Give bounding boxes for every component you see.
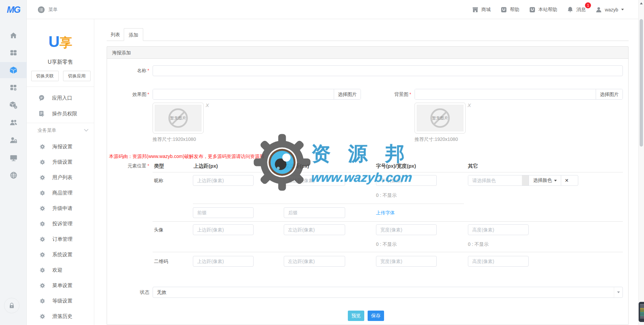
no-image-text: 暂无图片 xyxy=(170,115,186,121)
rail-home[interactable] xyxy=(0,28,27,44)
tab-add[interactable]: 添加 xyxy=(124,28,143,41)
menu-list-icon xyxy=(38,6,45,13)
gear-icon xyxy=(40,236,45,242)
sidebar-item-order-management[interactable]: 订单管理 xyxy=(27,232,94,246)
grid-icon xyxy=(9,49,17,57)
sidebar-item-app-entry[interactable]: 应用入口 xyxy=(27,91,94,105)
rail-goods[interactable] xyxy=(0,97,27,113)
sidebar-item-user-list[interactable]: 用户列表 xyxy=(27,171,94,184)
person-lock-icon xyxy=(9,136,18,145)
help-label: 帮助 xyxy=(510,7,519,13)
status-select[interactable]: 无效 xyxy=(153,287,623,298)
rail-operator[interactable] xyxy=(0,132,27,148)
save-button[interactable]: 保存 xyxy=(368,311,384,321)
effect-select-image-button[interactable]: 选择图片 xyxy=(334,89,361,99)
column-header-size: 字号(px)/宽度(px) xyxy=(376,163,416,169)
remove-color-button[interactable]: ✕ xyxy=(561,175,572,185)
nickname-prefix-input[interactable] xyxy=(193,207,254,218)
sidebar-item-menu-settings[interactable]: 菜单设置 xyxy=(27,279,94,292)
background-select-image-button[interactable]: 选择图片 xyxy=(596,89,623,99)
sidebar-item-level-settings[interactable]: 等级设置 xyxy=(27,294,94,308)
upload-font-link[interactable]: 上传字体 xyxy=(376,210,395,216)
rail-apps[interactable] xyxy=(0,45,27,61)
rail-monitor[interactable] xyxy=(0,150,27,166)
mall-button[interactable]: 商城 xyxy=(472,6,491,13)
switch-app-button[interactable]: 切换应用 xyxy=(63,71,91,81)
avatar-width-input[interactable] xyxy=(376,224,437,235)
lock-button[interactable] xyxy=(4,298,19,313)
qrcode-width-input[interactable] xyxy=(376,256,437,267)
sidebar-item-system-settings[interactable]: 系统设置 xyxy=(27,248,94,261)
effect-image-input[interactable] xyxy=(153,89,334,99)
background-image-remove[interactable]: X xyxy=(468,102,471,108)
section-divider xyxy=(153,221,623,222)
sidebar-item-complaint-management[interactable]: 投诉管理 xyxy=(27,217,94,230)
avatar-height-input[interactable] xyxy=(468,224,529,235)
qrcode-height-input[interactable] xyxy=(468,256,529,267)
app-logo-xiang: 享 xyxy=(60,36,72,50)
avatar-left-input[interactable] xyxy=(284,224,345,235)
scrollbar-thumb[interactable] xyxy=(640,19,643,147)
avatar-top-input[interactable] xyxy=(193,224,254,235)
effect-image-remove[interactable]: X xyxy=(206,102,209,108)
sidebar-item-label: 应用入口 xyxy=(52,95,72,101)
gear-icon xyxy=(40,190,45,196)
messages-button[interactable]: 消息 1 xyxy=(567,6,586,13)
nickname-left-input[interactable] xyxy=(284,175,345,186)
nickname-color-group: 选择颜色 ✕ xyxy=(468,175,578,186)
rail-apps-settings[interactable] xyxy=(0,79,27,96)
help-button[interactable]: 帮助 xyxy=(500,6,519,13)
background-image-label: 背景图* xyxy=(368,92,411,98)
sidebar-item-upgrade-apply[interactable]: 升级申请 xyxy=(27,202,94,215)
effect-recommend-size: 推荐尺寸:1920x1080 xyxy=(153,137,196,143)
sidebar-item-slide-history[interactable]: 滑落历史 xyxy=(27,310,94,323)
row-divider xyxy=(193,204,464,204)
rail-users[interactable] xyxy=(0,114,27,130)
sidebar-item-welcome[interactable]: 欢迎 xyxy=(27,263,94,277)
nickname-fontsize-input[interactable] xyxy=(376,175,437,186)
sidebar-item-label: 升级设置 xyxy=(52,159,72,165)
sidebar-item-goods-management[interactable]: 商品管理 xyxy=(27,186,94,200)
sidebar-item-upgrade-settings[interactable]: 升级设置 xyxy=(27,155,94,169)
qrcode-left-input[interactable] xyxy=(284,256,345,267)
menu-label: 菜单 xyxy=(48,7,58,13)
nickname-color-input[interactable] xyxy=(468,175,522,185)
browser-extension-widget[interactable] xyxy=(639,302,644,322)
nickname-suffix-input[interactable] xyxy=(284,207,345,218)
color-swatch xyxy=(522,175,529,185)
column-header-other: 其它 xyxy=(468,163,478,169)
switch-relation-button[interactable]: 切换关联 xyxy=(31,71,59,81)
sidebar-item-label: 操作员权限 xyxy=(52,111,77,117)
sidebar-item-poster-settings[interactable]: 海报设置 xyxy=(27,140,94,153)
rail-current-app[interactable] xyxy=(0,62,27,78)
box-gear-icon xyxy=(9,101,18,109)
monitor-icon xyxy=(9,154,18,162)
tab-underline xyxy=(107,41,629,41)
choose-color-button[interactable]: 选择颜色 xyxy=(529,175,561,185)
row-label-nickname: 昵称 xyxy=(154,178,163,184)
background-image-input[interactable] xyxy=(415,89,596,99)
bell-icon xyxy=(567,6,574,13)
top-header: 菜单 商城 帮助 本站帮助 消息 1 wazyb xyxy=(27,0,644,19)
gear-icon xyxy=(40,175,45,180)
vertical-scrollbar[interactable] xyxy=(638,0,644,325)
site-help-button[interactable]: 本站帮助 xyxy=(529,6,557,13)
status-value: 无效 xyxy=(157,287,166,297)
column-header-type: 类型 xyxy=(154,163,164,169)
chevron-down-icon[interactable] xyxy=(84,129,89,132)
app-logo-u: U xyxy=(48,33,59,50)
name-input[interactable] xyxy=(153,65,623,76)
tab-list[interactable]: 列表 xyxy=(107,28,124,41)
nickname-top-input[interactable] xyxy=(193,175,254,186)
qrcode-top-input[interactable] xyxy=(193,256,254,267)
scrollbar-up-arrow[interactable] xyxy=(640,2,643,4)
caret-down-icon xyxy=(554,180,557,181)
rail-site[interactable] xyxy=(0,167,27,183)
sidebar-item-operator-permission[interactable]: 操作员权限 xyxy=(27,107,94,120)
app-name: U享新零售 xyxy=(27,59,94,66)
row-label-qrcode: 二维码 xyxy=(154,259,168,265)
preview-button[interactable]: 预览 xyxy=(348,311,364,321)
menu-toggle[interactable]: 菜单 xyxy=(38,0,58,19)
user-menu[interactable]: wazyb xyxy=(595,6,624,13)
hint-hidden: 0 : 不显示 xyxy=(468,241,488,248)
